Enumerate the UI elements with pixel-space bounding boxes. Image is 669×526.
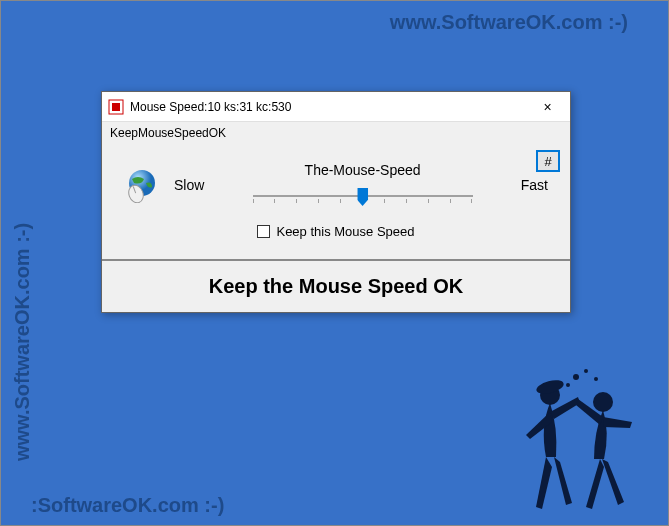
checkbox-row: Keep this Mouse Speed bbox=[124, 224, 548, 239]
svg-point-5 bbox=[594, 377, 598, 381]
window-title: Mouse Speed:10 ks:31 kc:530 bbox=[130, 100, 525, 114]
speed-row: Slow The-Mouse-Speed Fast bbox=[124, 162, 548, 208]
svg-point-2 bbox=[593, 392, 613, 412]
slider-title: The-Mouse-Speed bbox=[305, 162, 421, 178]
watermark-left: www.SoftwareOK.com :-) bbox=[11, 223, 34, 461]
slow-label: Slow bbox=[174, 177, 204, 193]
content-area: # Slow bbox=[102, 144, 570, 253]
app-icon bbox=[108, 99, 124, 115]
svg-point-6 bbox=[566, 383, 570, 387]
svg-point-4 bbox=[584, 369, 588, 373]
close-button[interactable]: × bbox=[525, 92, 570, 121]
dancers-illustration bbox=[508, 367, 648, 517]
slider-container: The-Mouse-Speed bbox=[214, 162, 510, 208]
svg-point-3 bbox=[573, 374, 579, 380]
titlebar[interactable]: Mouse Speed:10 ks:31 kc:530 × bbox=[102, 92, 570, 122]
fast-label: Fast bbox=[521, 177, 548, 193]
menu-keepmousespeedok[interactable]: KeepMouseSpeedOK bbox=[110, 126, 226, 140]
keep-speed-checkbox[interactable] bbox=[257, 225, 270, 238]
hash-button[interactable]: # bbox=[536, 150, 560, 172]
application-window: Mouse Speed:10 ks:31 kc:530 × KeepMouseS… bbox=[101, 91, 571, 313]
watermark-bottom: :SoftwareOK.com :-) bbox=[31, 494, 224, 517]
svg-rect-8 bbox=[112, 103, 120, 111]
checkbox-label: Keep this Mouse Speed bbox=[276, 224, 414, 239]
hash-icon: # bbox=[544, 154, 551, 169]
menubar: KeepMouseSpeedOK bbox=[102, 122, 570, 144]
speed-slider[interactable] bbox=[253, 184, 473, 208]
close-icon: × bbox=[543, 99, 551, 115]
globe-mouse-icon bbox=[124, 167, 160, 203]
footer-text: Keep the Mouse Speed OK bbox=[102, 261, 570, 312]
watermark-top: www.SoftwareOK.com :-) bbox=[390, 11, 628, 34]
